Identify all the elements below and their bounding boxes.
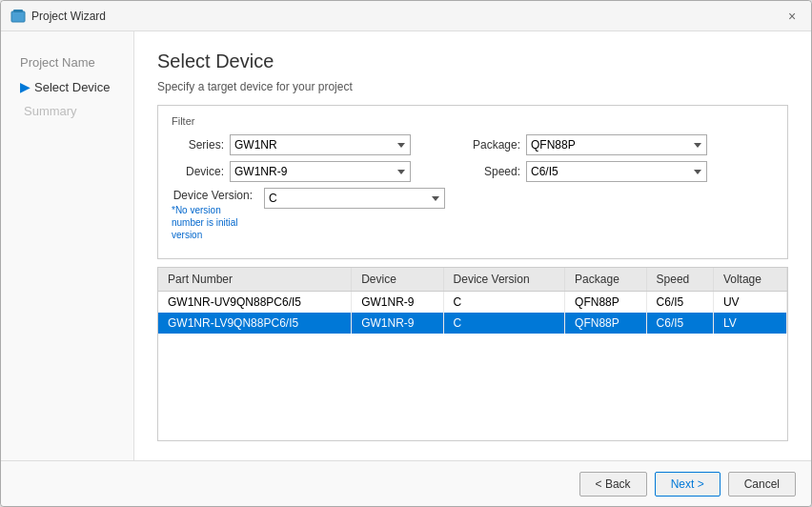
footer: < Back Next > Cancel xyxy=(1,460,811,506)
sidebar-item-project-name: Project Name xyxy=(10,51,124,74)
speed-label: Speed: xyxy=(468,165,520,178)
svg-rect-0 xyxy=(11,11,25,22)
col-speed: Speed xyxy=(646,268,713,292)
sidebar-item-select-device: ▶ Select Device xyxy=(10,74,124,99)
table-row[interactable]: GW1NR-LV9QN88PC6/I5GW1NR-9CQFN88PC6/I5LV xyxy=(158,313,787,334)
subtitle: Specify a target device for your project xyxy=(157,80,788,93)
package-select[interactable]: QFN88P xyxy=(526,134,707,155)
device-version-field: Device Version: *No version number is in… xyxy=(172,188,445,241)
col-voltage: Voltage xyxy=(713,268,786,292)
filter-row-1: Series: GW1NR Package: QFN88P xyxy=(172,134,774,155)
col-package: Package xyxy=(565,268,646,292)
back-button[interactable]: < Back xyxy=(579,472,647,497)
speed-select[interactable]: C6/I5 xyxy=(526,161,707,182)
series-field: Series: GW1NR xyxy=(172,134,411,155)
filter-section: Filter Series: GW1NR Package: QFN88P xyxy=(157,105,788,259)
next-button[interactable]: Next > xyxy=(655,472,721,497)
title-bar: Project Wizard × xyxy=(1,1,811,31)
main-content: Project Name ▶ Select Device Summary Sel… xyxy=(1,31,811,460)
speed-field: Speed: C6/I5 xyxy=(468,161,707,182)
filter-row-2: Device: GW1NR-9 Speed: C6/I5 xyxy=(172,161,774,182)
table-header-row: Part Number Device Device Version Packag… xyxy=(158,268,787,292)
device-version-label: Device Version: xyxy=(173,188,253,204)
version-label-group: Device Version: *No version number is in… xyxy=(172,188,253,241)
active-arrow-icon: ▶ xyxy=(20,79,30,94)
device-field: Device: GW1NR-9 xyxy=(172,161,411,182)
cancel-button[interactable]: Cancel xyxy=(728,472,796,497)
device-table: Part Number Device Device Version Packag… xyxy=(158,268,787,334)
main-panel: Select Device Specify a target device fo… xyxy=(134,31,811,460)
col-part-number: Part Number xyxy=(158,268,352,292)
filter-label: Filter xyxy=(172,115,774,127)
page-title: Select Device xyxy=(157,51,788,72)
device-version-note: *No version number is initial version xyxy=(172,204,253,241)
package-label: Package: xyxy=(468,138,520,152)
project-wizard-dialog: Project Wizard × Project Name ▶ Select D… xyxy=(0,0,812,507)
table-row[interactable]: GW1NR-UV9QN88PC6/I5GW1NR-9CQFN88PC6/I5UV xyxy=(158,291,787,313)
series-label: Series: xyxy=(172,138,224,152)
col-device: Device xyxy=(352,268,443,292)
series-select[interactable]: GW1NR xyxy=(230,134,411,155)
device-label: Device: xyxy=(172,165,224,178)
filter-row-3: Device Version: *No version number is in… xyxy=(172,188,774,241)
device-select[interactable]: GW1NR-9 xyxy=(230,161,411,182)
sidebar-item-summary: Summary xyxy=(10,99,124,123)
wizard-icon xyxy=(10,9,26,24)
device-table-container: Part Number Device Device Version Packag… xyxy=(157,267,788,441)
sidebar: Project Name ▶ Select Device Summary xyxy=(1,31,134,460)
device-version-select[interactable]: C xyxy=(264,188,445,209)
window-title: Project Wizard xyxy=(31,10,782,23)
col-device-version: Device Version xyxy=(443,268,565,292)
svg-rect-1 xyxy=(13,10,23,12)
close-button[interactable]: × xyxy=(782,7,802,26)
package-field: Package: QFN88P xyxy=(468,134,707,155)
